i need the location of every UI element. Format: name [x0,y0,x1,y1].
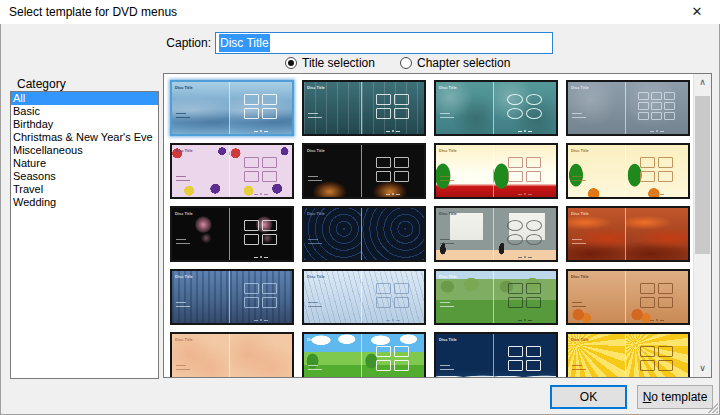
thumb-chapter-frames [626,145,688,193]
template-thumbnail-autumn-pumpkins[interactable]: Disc Title [566,269,690,325]
thumb-chapter-frames [494,271,556,319]
nav-dash [660,320,664,321]
template-thumbnail-teal-stripes[interactable]: Disc Title [302,80,426,136]
thumb-text-line [308,117,322,118]
nav-dot [656,130,658,132]
chapter-frame [651,92,662,100]
thumb-chapters-panel [362,82,424,134]
category-item-travel[interactable]: Travel [11,183,158,196]
category-item-nature[interactable]: Nature [11,157,158,170]
thumb-title-panel: Disc Title [304,145,362,197]
thumb-text-line [176,180,190,181]
nav-dash [386,194,390,195]
nav-dash [650,320,654,321]
template-thumbnail-fireworks-black[interactable]: Disc Title [170,206,294,262]
nav-dash [264,257,268,258]
category-item-birthday[interactable]: Birthday [11,118,158,131]
category-item-seasons[interactable]: Seasons [11,170,158,183]
template-thumbnail-blue-swirls-dark[interactable]: Disc Title [302,206,426,262]
category-listbox[interactable]: AllBasicBirthdayChristmas & New Year's E… [10,91,159,379]
template-thumbnail-birthday-cake-black[interactable]: Disc Title [302,143,426,199]
template-thumbnail-green-park[interactable]: Disc Title [434,269,558,325]
caption-input[interactable]: Disc Title [215,32,553,54]
nav-dot [260,193,262,195]
nav-dash [264,320,268,321]
thumb-disc-title-text: Disc Title [568,208,625,216]
thumb-nav-dots [362,130,424,132]
thumb-disc-title-text: Disc Title [172,271,229,279]
thumb-text-line [572,117,586,118]
thumb-disc-title-text: Disc Title [436,82,493,90]
thumb-chapter-frames [230,145,292,193]
template-thumbnail-winter-ice-trees[interactable]: Disc Title [302,269,426,325]
nav-dash [254,194,258,195]
scrollbar-thumb[interactable] [695,96,710,254]
thumb-chapter-frames [230,82,292,130]
chapter-frame [262,234,277,245]
radio-chapter-selection[interactable]: Chapter selection [400,56,510,70]
nav-dot [392,130,394,132]
thumb-chapters-panel [494,271,556,323]
chapter-frame [507,234,523,245]
nav-dash [518,257,522,258]
category-item-miscellaneous[interactable]: Miscellaneous [11,144,158,157]
template-thumbnail-christmas-trees-cream[interactable]: Disc Title [566,143,690,199]
resize-grip[interactable] [708,403,718,413]
vertical-scrollbar[interactable]: ∧ ∨ [693,74,711,377]
nav-dash [396,194,400,195]
template-thumbnail-christmas-trees-red[interactable]: Disc Title [434,143,558,199]
chapter-frame [526,157,541,168]
thumb-title-panel: Disc Title [568,82,626,134]
template-thumbnail-blue-waves[interactable]: Disc Title [170,80,294,136]
template-thumbnail-parchment-peach[interactable]: Disc Title [170,332,294,377]
thumb-disc-title-text: Disc Title [304,271,361,279]
thumb-text-line [176,239,186,240]
thumb-text-line [440,117,454,118]
thumb-disc-title-text: Disc Title [172,145,229,153]
nav-dot [524,256,526,258]
scroll-up-icon[interactable]: ∧ [694,74,711,91]
thumb-disc-title-text: Disc Title [568,82,625,90]
nav-dash [518,131,522,132]
chapter-frame [658,283,673,294]
thumb-chapter-frames [494,334,556,377]
thumb-disc-title-text: Disc Title [436,145,493,153]
template-thumbnail-fiery-sky[interactable]: Disc Title [566,206,690,262]
template-thumbnail-pink-party-balloons[interactable]: Disc Title [170,143,294,199]
no-template-button[interactable]: No template [637,385,713,409]
close-icon[interactable]: ✕ [680,0,714,24]
template-thumbnail-night-snow-hills[interactable]: Disc Title [434,332,558,377]
thumb-disc-title-text: Disc Title [304,82,361,90]
scroll-down-icon[interactable]: ∨ [694,360,711,377]
template-thumbnail-misty-gray-grid[interactable]: Disc Title [566,80,690,136]
template-thumbnail-penguins-whiteboard[interactable]: Disc Title [434,206,558,262]
category-item-basic[interactable]: Basic [11,105,158,118]
thumb-text-line [308,243,322,244]
chapter-frame [658,157,673,168]
chapter-frame [244,171,259,182]
chapter-frame [394,283,409,294]
nav-dash [264,131,268,132]
radio-title-selection[interactable]: Title selection [285,56,375,70]
chapter-frame [244,234,259,245]
chapter-frame [244,94,259,105]
chapter-frame [507,108,523,119]
template-thumbnail-cartoon-meadow[interactable]: Disc Title [302,332,426,377]
ok-button[interactable]: OK [550,385,627,409]
thumb-text-line [572,302,582,303]
chapter-frame [638,102,649,110]
template-thumbnail-golden-sunburst[interactable]: Disc Title [566,332,690,377]
thumb-title-panel: Disc Title [172,82,230,134]
template-thumbnail-winter-forest-blue[interactable]: Disc Title [170,269,294,325]
template-thumbnail-teal-grunge[interactable]: Disc Title [434,80,558,136]
chapter-frame [508,360,523,371]
category-item-christmas-new-year-s-eve[interactable]: Christmas & New Year's Eve [11,131,158,144]
nav-dash [528,320,532,321]
category-item-wedding[interactable]: Wedding [11,196,158,209]
thumb-text-line [176,306,190,307]
nav-dash [528,194,532,195]
category-item-all[interactable]: All [11,92,158,105]
thumb-chapters-panel [494,145,556,197]
thumb-chapters-panel [230,271,292,323]
thumb-chapter-frames [362,82,424,130]
